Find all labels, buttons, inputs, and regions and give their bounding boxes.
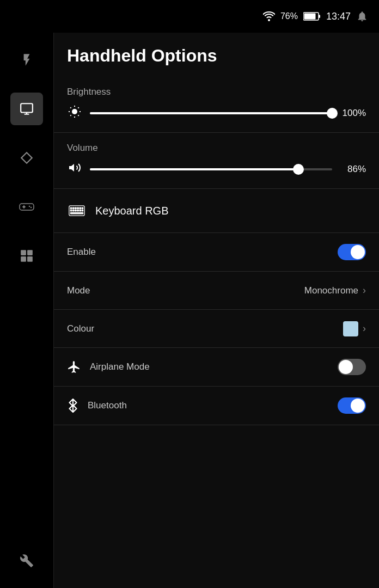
brightness-value: 100% (340, 108, 366, 119)
svg-rect-3 (21, 103, 33, 112)
airplane-icon-group: Airplane Mode (67, 360, 150, 374)
bell-icon (356, 10, 368, 22)
volume-value: 86% (340, 164, 366, 175)
sidebar-item-gamepad[interactable] (10, 191, 43, 223)
keyboard-rgb-label: Keyboard RGB (95, 205, 169, 217)
svg-line-17 (70, 115, 71, 115)
svg-rect-22 (73, 207, 75, 209)
colour-chevron: › (363, 323, 366, 334)
content-area: Handheld Options Brightness (53, 33, 379, 588)
wifi-icon (263, 11, 275, 21)
mode-right: Monochrome › (304, 285, 366, 296)
svg-rect-25 (80, 207, 81, 209)
svg-rect-23 (75, 207, 77, 209)
mode-label: Mode (67, 285, 90, 296)
battery-percentage: 76% (280, 11, 298, 21)
bluetooth-row: Bluetooth (54, 387, 379, 425)
colour-row[interactable]: Colour › (54, 310, 379, 348)
keyboard-icon (67, 201, 87, 220)
airplane-mode-row: Airplane Mode (54, 348, 379, 387)
svg-line-18 (78, 107, 78, 108)
mode-value: Monochrome (304, 285, 358, 296)
battery-icon (303, 12, 321, 21)
volume-fill (90, 168, 298, 170)
svg-rect-9 (27, 256, 33, 262)
airplane-icon (67, 360, 81, 374)
brightness-fill (90, 112, 332, 114)
svg-rect-31 (80, 210, 81, 211)
sun-icon (67, 105, 82, 121)
svg-marker-19 (69, 164, 74, 171)
svg-point-5 (30, 207, 32, 208)
svg-rect-7 (27, 250, 33, 255)
svg-point-4 (29, 206, 30, 207)
colour-label: Colour (67, 323, 94, 334)
enable-toggle[interactable] (338, 244, 366, 260)
svg-rect-26 (82, 207, 83, 209)
colour-right: › (343, 321, 366, 336)
svg-rect-8 (21, 256, 26, 262)
page-title: Handheld Options (54, 33, 379, 77)
main-layout: Handheld Options Brightness (0, 33, 379, 588)
enable-row: Enable (54, 233, 379, 272)
svg-rect-6 (21, 250, 26, 255)
airplane-mode-toggle-knob (339, 360, 353, 374)
svg-line-14 (78, 115, 78, 115)
brightness-label: Brightness (67, 77, 366, 105)
status-bar: 76% 13:47 (0, 0, 379, 33)
bluetooth-label: Bluetooth (88, 400, 127, 411)
enable-toggle-knob (351, 245, 365, 259)
brightness-track[interactable] (90, 112, 332, 114)
bluetooth-toggle[interactable] (338, 397, 366, 414)
sidebar-item-apps[interactable] (10, 240, 43, 272)
volume-label: Volume (67, 133, 366, 161)
volume-section: Volume 86% (54, 133, 379, 189)
svg-rect-33 (70, 212, 83, 214)
bluetooth-toggle-knob (351, 399, 365, 413)
sidebar-item-lightning[interactable] (10, 44, 43, 76)
svg-point-10 (72, 109, 77, 114)
status-icons: 76% 13:47 (263, 10, 368, 22)
svg-rect-21 (70, 207, 72, 209)
volume-thumb[interactable] (293, 164, 304, 175)
bluetooth-icon (67, 399, 79, 413)
svg-rect-27 (70, 210, 72, 211)
brightness-slider-row: 100% (67, 105, 366, 121)
sidebar-item-diamond[interactable] (10, 142, 43, 174)
volume-icon (67, 161, 82, 177)
volume-track[interactable] (90, 168, 332, 170)
time-display: 13:47 (326, 11, 351, 22)
enable-label: Enable (67, 247, 96, 258)
sidebar-item-display[interactable] (10, 93, 43, 125)
svg-rect-28 (73, 210, 75, 211)
svg-line-13 (70, 107, 71, 108)
colour-swatch (343, 321, 358, 336)
mode-chevron: › (363, 285, 366, 296)
bluetooth-icon-group: Bluetooth (67, 399, 127, 413)
brightness-section: Brightness (54, 77, 379, 133)
mode-row[interactable]: Mode Monochrome › (54, 272, 379, 310)
svg-rect-24 (77, 207, 79, 209)
svg-rect-29 (75, 210, 77, 211)
sidebar (0, 33, 53, 588)
brightness-thumb[interactable] (327, 108, 338, 119)
volume-slider-row: 86% (67, 161, 366, 177)
airplane-mode-label: Airplane Mode (90, 362, 150, 372)
keyboard-rgb-section[interactable]: Keyboard RGB (54, 189, 379, 233)
svg-rect-2 (319, 15, 320, 18)
svg-rect-32 (82, 210, 83, 211)
svg-rect-30 (77, 210, 79, 211)
svg-rect-1 (304, 14, 315, 20)
airplane-mode-toggle[interactable] (338, 359, 366, 375)
sidebar-item-settings[interactable] (10, 544, 43, 577)
